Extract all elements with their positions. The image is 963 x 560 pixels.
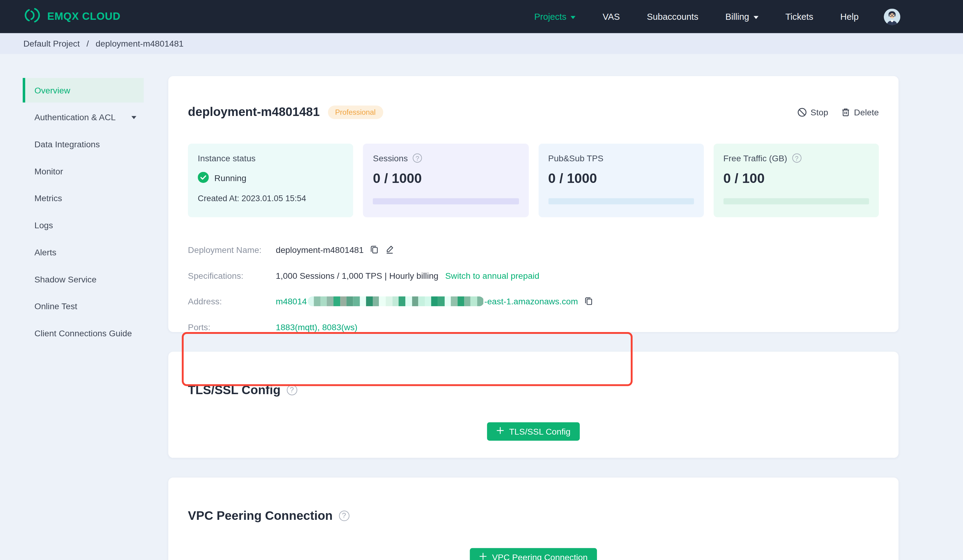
app-viewport: EMQX CLOUD Projects VAS Subaccounts Bill… [0,0,963,560]
deployment-overview-card: deployment-m4801481 Professional Stop [169,76,899,332]
sidebar-item-client-connections-guide[interactable]: Client Connections Guide [23,321,144,346]
sidebar-item-monitor[interactable]: Monitor [23,159,144,183]
deployment-name-value: deployment-m4801481 [276,245,364,254]
breadcrumb: Default Project / deployment-m4801481 [0,33,963,54]
nav-projects[interactable]: Projects [534,11,576,21]
add-vpc-peering-button[interactable]: VPC Peering Connection [470,548,597,560]
delete-button[interactable]: Delete [841,107,879,117]
check-circle-icon [198,172,209,185]
breadcrumb-page: deployment-m4801481 [96,39,184,49]
breadcrumb-separator: / [86,39,89,49]
sidebar-item-logs[interactable]: Logs [23,213,144,238]
status-text: Running [214,173,246,183]
help-circle-icon[interactable] [792,154,801,163]
plan-badge: Professional [328,105,383,119]
sidebar-item-overview[interactable]: Overview [23,78,144,103]
tps-value: 0 / 1000 [548,170,694,186]
sessions-value: 0 / 1000 [373,170,519,186]
nav-billing[interactable]: Billing [725,11,758,21]
vpc-peering-card: VPC Peering Connection VPC Peering Conne… [169,477,899,560]
switch-annual-prepaid-link[interactable]: Switch to annual prepaid [445,270,539,280]
ports-row: Ports: 1883(mqtt), 8083(ws) [188,314,879,340]
edit-pencil-icon[interactable] [385,245,394,254]
sessions-card: Sessions 0 / 1000 [363,143,529,217]
help-circle-icon[interactable] [413,154,422,163]
nav-subaccounts[interactable]: Subaccounts [647,11,698,21]
sidebar-item-data-integrations[interactable]: Data Integrations [23,132,144,157]
chevron-down-icon [131,116,136,119]
vpc-section-title: VPC Peering Connection [188,508,332,523]
brand[interactable]: EMQX CLOUD [23,6,121,27]
nav-tickets[interactable]: Tickets [785,11,814,21]
plus-icon [496,427,504,437]
specifications-value: 1,000 Sessions / 1,000 TPS | Hourly bill… [276,270,438,280]
tls-section-title: TLS/SSL Config [188,383,280,397]
instance-status-card: Instance status Running Created At: 2023… [188,143,353,217]
sidebar-item-metrics[interactable]: Metrics [23,186,144,210]
trash-icon [841,107,850,117]
address-suffix: -east-1.amazonaws.com [484,296,578,306]
copy-icon[interactable] [584,297,593,306]
sidebar-item-alerts[interactable]: Alerts [23,240,144,264]
tps-progress-bar [548,198,694,204]
address-redacted-mosaic [307,296,484,306]
stop-button[interactable]: Stop [797,107,828,117]
sidebar: Overview Authentication & ACL Data Integ… [0,54,146,348]
sessions-progress-bar [373,198,519,204]
emqx-logo-icon [23,6,41,27]
breadcrumb-project[interactable]: Default Project [23,39,80,49]
chevron-down-icon [571,16,576,19]
main-content: deployment-m4801481 Professional Stop [169,76,899,560]
specifications-row: Specifications: 1,000 Sessions / 1,000 T… [188,263,879,288]
traffic-value: 0 / 100 [723,170,869,186]
sidebar-item-authentication-acl[interactable]: Authentication & ACL [23,105,144,129]
created-at: Created At: 2023.01.05 15:54 [198,194,343,203]
nav-vas[interactable]: VAS [603,11,620,21]
address-row: Address: m48014 -east-1.amazonaws.com [188,288,879,314]
user-avatar[interactable] [884,8,900,25]
topbar: EMQX CLOUD Projects VAS Subaccounts Bill… [0,0,963,33]
sidebar-item-online-test[interactable]: Online Test [23,294,144,319]
copy-icon[interactable] [370,245,379,254]
deployment-name-row: Deployment Name: deployment-m4801481 [188,237,879,263]
nav-help[interactable]: Help [840,11,859,21]
top-nav: Projects VAS Subaccounts Billing Tickets… [534,11,859,21]
sidebar-item-shadow-service[interactable]: Shadow Service [23,267,144,291]
address-prefix: m48014 [276,296,307,306]
prohibit-icon [797,107,807,117]
add-tls-ssl-config-button[interactable]: TLS/SSL Config [487,422,580,441]
help-circle-icon[interactable] [339,510,349,521]
help-circle-icon[interactable] [287,385,297,395]
ports-value: 1883(mqtt), 8083(ws) [276,322,357,332]
deployment-title: deployment-m4801481 [188,105,320,119]
traffic-progress-bar [723,198,869,204]
chevron-down-icon [754,16,758,19]
tls-ssl-card: TLS/SSL Config TLS/SSL Config [169,352,899,458]
free-traffic-card: Free Traffic (GB) 0 / 100 [713,143,879,217]
pubsub-tps-card: Pub&Sub TPS 0 / 1000 [538,143,704,217]
brand-name: EMQX CLOUD [47,10,120,23]
plus-icon [479,552,487,560]
